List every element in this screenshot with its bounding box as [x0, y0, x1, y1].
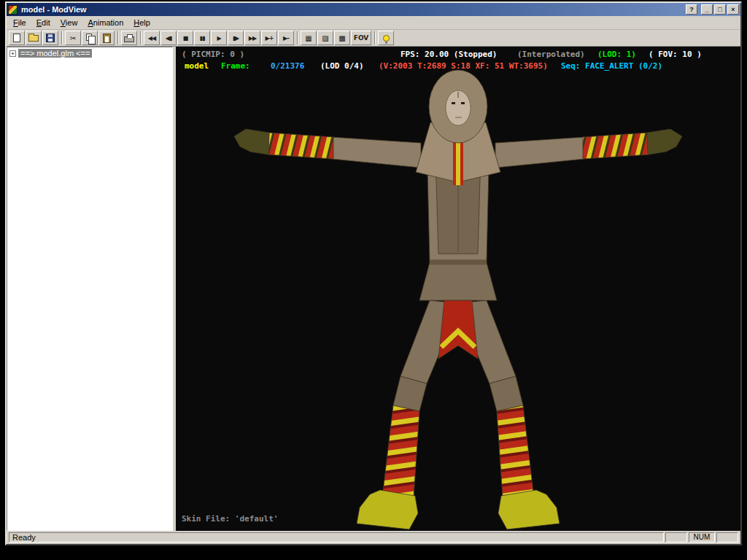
skin-file-label: Skin File: 'default': [182, 514, 278, 524]
open-folder-icon: [28, 35, 39, 42]
lightbulb-icon: [383, 35, 390, 42]
overlay-lod-detail: (LOD 0/4): [320, 61, 364, 71]
status-pane-cap: [665, 532, 687, 542]
overlay-lod: (LOD: 1): [597, 50, 636, 59]
status-message: Ready: [9, 532, 664, 542]
stop-button[interactable]: ■: [177, 31, 193, 45]
main-content: + ==> model.glm <==: [7, 47, 740, 531]
overlay-frame-value: 0/21376: [271, 61, 304, 71]
model-tree-panel[interactable]: + ==> model.glm <==: [7, 47, 173, 531]
overlay-interpolated: (Interpolated): [517, 50, 585, 59]
paste-icon: [103, 34, 111, 43]
bounds-toggle-button[interactable]: ▨: [317, 31, 333, 45]
toolbar-separator: [117, 31, 119, 44]
paste-button[interactable]: [98, 31, 115, 45]
statusbar: Ready NUM: [7, 531, 740, 544]
copy-icon: [86, 34, 92, 41]
printer-icon: [124, 36, 134, 42]
status-pane-num: NUM: [689, 532, 715, 542]
app-icon: [8, 5, 18, 15]
new-file-button[interactable]: [9, 31, 25, 45]
titlebar[interactable]: model - ModView ? _ □ ×: [7, 3, 740, 16]
menu-view[interactable]: View: [55, 17, 83, 28]
speed-up-button[interactable]: ▶+: [261, 31, 277, 45]
pause-button[interactable]: ▮▮: [194, 31, 210, 45]
overlay-fov: ( FOV: 10 ): [649, 50, 702, 59]
skip-to-start-button[interactable]: ◀◀: [144, 31, 160, 45]
toolbar-separator: [61, 31, 63, 44]
minimize-button[interactable]: _: [701, 4, 713, 15]
grid-toggle-button[interactable]: ▩: [334, 31, 350, 45]
identify-button[interactable]: [378, 31, 394, 45]
toolbar-separator: [297, 31, 298, 44]
model-character-render: [176, 47, 740, 531]
tree-item-model-glm[interactable]: + ==> model.glm <==: [7, 47, 172, 58]
overlay-model-name: model: [185, 61, 209, 71]
viewport-3d[interactable]: ( PICMIP: 0 ) FPS: 20.00 (Stopped) (Inte…: [176, 47, 740, 531]
overlay-fps: FPS: 20.00 (Stopped): [400, 50, 497, 59]
copy-button[interactable]: [82, 31, 98, 45]
new-file-icon: [13, 34, 20, 42]
scissors-icon: ✂: [70, 34, 76, 42]
toolbar: ✂ ◀◀ ◀▮ ■ ▮▮ ▶ ▮▶ ▶▶ ▶+ ▶– ▦ ▨ ▩ FOV: [7, 30, 740, 47]
play-button[interactable]: ▶: [211, 31, 227, 45]
titlebar-buttons: ? _ □ ×: [686, 4, 739, 15]
tree-item-label: ==> model.glm <==: [18, 49, 92, 58]
close-button[interactable]: ×: [727, 4, 739, 15]
save-button[interactable]: [42, 31, 58, 45]
speed-down-button[interactable]: ▶–: [278, 31, 294, 45]
skip-to-end-button[interactable]: ▶▶: [244, 31, 260, 45]
window-title: model - ModView: [20, 5, 684, 14]
toolbar-separator: [374, 31, 376, 44]
open-file-button[interactable]: [26, 31, 42, 45]
toolbar-separator: [140, 31, 142, 44]
overlay-sequence: Seq: FACE_ALERT (0/2): [561, 61, 662, 71]
status-pane-scrl: [716, 532, 738, 542]
expand-icon[interactable]: +: [9, 50, 16, 57]
modview-window: model - ModView ? _ □ × File Edit View A…: [5, 1, 742, 545]
menu-file[interactable]: File: [8, 17, 31, 28]
overlay-picmip: ( PICMIP: 0 ): [182, 50, 244, 59]
overlay-frame-label: Frame:: [221, 61, 250, 71]
step-back-button[interactable]: ◀▮: [160, 31, 177, 45]
context-help-button[interactable]: ?: [686, 4, 697, 15]
print-button[interactable]: [121, 31, 137, 45]
menu-animation[interactable]: Animation: [82, 17, 128, 28]
menu-help[interactable]: Help: [128, 17, 155, 28]
menubar: File Edit View Animation Help: [7, 16, 740, 30]
wireframe-toggle-button[interactable]: ▦: [301, 31, 317, 45]
maximize-button[interactable]: □: [714, 4, 726, 15]
cut-button[interactable]: ✂: [65, 31, 81, 45]
step-forward-button[interactable]: ▮▶: [228, 31, 244, 45]
fov-button[interactable]: FOV: [351, 31, 371, 45]
menu-edit[interactable]: Edit: [31, 17, 55, 28]
save-disk-icon: [46, 34, 55, 42]
overlay-stats: (V:2003 T:2689 S:18 XF: 51 WT:3695): [379, 61, 548, 71]
